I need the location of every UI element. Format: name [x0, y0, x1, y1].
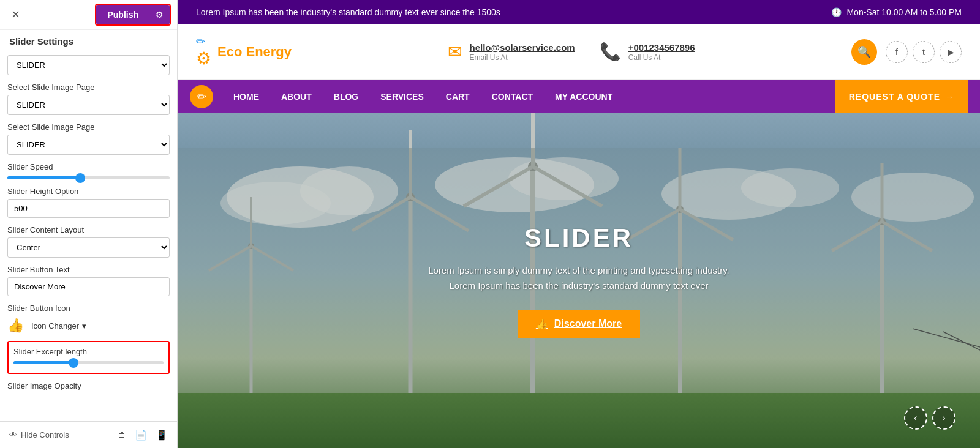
slider-speed-track[interactable]: [7, 176, 170, 179]
monitor-icon[interactable]: 🖥: [116, 429, 126, 441]
publish-button-wrap: Publish ⚙: [95, 4, 171, 26]
main-slider-select[interactable]: SLIDER: [7, 55, 170, 75]
hero-text: Lorem Ipsum is simply dummy text of the …: [426, 263, 732, 294]
announcement-bar: Lorem Ipsum has been the industry's stan…: [178, 0, 980, 24]
logo-gear-icon: ⚙: [196, 48, 211, 69]
footer-device-icons: 🖥 📄 📱: [116, 429, 168, 441]
announcement-text: Lorem Ipsum has been the industry's stan…: [196, 7, 500, 17]
email-icon: ✉: [448, 42, 462, 62]
phone-link[interactable]: +001234567896: [628, 42, 695, 53]
phone-icon[interactable]: 📱: [156, 429, 168, 441]
hero-slider: SLIDER Lorem Ipsum is simply dummy text …: [178, 113, 980, 448]
email-link[interactable]: hello@solarservice.com: [469, 42, 575, 53]
select-slide-label-1: Select Slide Image Page: [7, 83, 170, 92]
nav-item-myaccount[interactable]: My Account: [544, 80, 624, 113]
hide-controls-label: Hide Controls: [21, 430, 69, 439]
nav-cta-arrow: →: [945, 92, 954, 102]
hide-controls-toggle[interactable]: 👁 Hide Controls: [9, 430, 69, 439]
slider-speed-label: Slider Speed: [7, 162, 170, 171]
email-contact: ✉ hello@solarservice.com Email Us At: [448, 42, 575, 62]
site-nav: ✏ Home ABOUT Blog SERVICES CART CONTACT …: [178, 80, 980, 113]
nav-item-home[interactable]: Home: [222, 80, 270, 113]
email-label: Email Us At: [469, 53, 575, 62]
slide-image-select-1[interactable]: SLIDER: [7, 95, 170, 115]
excerpt-section: Slider Excerpt length: [7, 341, 170, 374]
publish-button[interactable]: Publish: [96, 5, 149, 24]
hours-info: 🕐 Mon-Sat 10.00 AM to 5.00 PM: [831, 7, 962, 17]
icon-changer-row: 👍 Icon Changer ▾: [7, 318, 170, 334]
twitter-icon[interactable]: t: [913, 41, 935, 63]
facebook-icon[interactable]: f: [886, 41, 908, 63]
icon-changer-label: Icon Changer: [31, 321, 79, 330]
slider-speed-thumb[interactable]: [75, 173, 85, 183]
tablet-icon[interactable]: 📄: [135, 429, 147, 441]
panel-title: Slider Settings: [0, 30, 177, 50]
nav-cta-label: REQUEST A QUOTE: [849, 92, 940, 102]
nav-logo-icon: ✏: [197, 90, 206, 103]
header-actions: 🔍 f t ▶: [851, 39, 962, 65]
nav-cta-button[interactable]: REQUEST A QUOTE →: [835, 80, 968, 113]
slider-content-label: Slider Content Layout: [7, 225, 170, 234]
slider-image-opacity-label: Slider Image Opacity: [7, 381, 170, 390]
hero-btn-icon: 👍: [536, 318, 548, 330]
slider-content-select[interactable]: Center: [7, 237, 170, 258]
nav-item-contact[interactable]: CONTACT: [481, 80, 544, 113]
publish-settings-button[interactable]: ⚙: [149, 5, 170, 24]
phone-label: Call Us At: [628, 53, 695, 62]
search-icon: 🔍: [858, 45, 871, 59]
panel-body: SLIDER Select Slide Image Page SLIDER Se…: [0, 50, 177, 421]
slider-button-text-label: Slider Button Text: [7, 265, 170, 274]
nav-item-cart[interactable]: CART: [435, 80, 481, 113]
next-arrow-button[interactable]: ›: [932, 406, 956, 430]
header-contact: ✉ hello@solarservice.com Email Us At 📞 +…: [310, 42, 833, 62]
clock-icon: 🕐: [831, 7, 842, 17]
logo-icons: ✏ ⚙: [196, 35, 211, 69]
social-icons: f t ▶: [886, 41, 962, 63]
phone-contact: 📞 +001234567896 Call Us At: [600, 42, 695, 62]
nav-logo: ✏: [190, 85, 213, 108]
hero-discover-button[interactable]: 👍 Discover More: [518, 310, 640, 338]
site-header: ✏ ⚙ Eco Energy ✉ hello@solarservice.com …: [178, 24, 980, 80]
main-area: Lorem Ipsum has been the industry's stan…: [178, 0, 980, 448]
logo-pen-icon: ✏: [196, 35, 211, 48]
phone-info: +001234567896 Call Us At: [628, 42, 695, 62]
icon-changer-dropdown-arrow[interactable]: ▾: [82, 321, 86, 330]
slider-height-input[interactable]: 500: [7, 199, 170, 218]
slider-button-text-input[interactable]: Discover More: [7, 277, 170, 296]
close-button[interactable]: ✕: [6, 6, 25, 24]
hero-title: SLIDER: [426, 223, 732, 253]
youtube-icon[interactable]: ▶: [940, 41, 962, 63]
slider-height-label: Slider Height Option: [7, 187, 170, 196]
excerpt-slider-thumb[interactable]: [69, 358, 78, 368]
slider-button-icon-label: Slider Button Icon: [7, 304, 170, 313]
nav-item-about[interactable]: ABOUT: [270, 80, 323, 113]
slider-arrows: ‹ ›: [904, 406, 956, 430]
nav-item-blog[interactable]: Blog: [323, 80, 369, 113]
hero-content: SLIDER Lorem Ipsum is simply dummy text …: [426, 223, 732, 338]
hero-btn-label: Discover More: [554, 318, 622, 329]
logo-area: ✏ ⚙ Eco Energy: [196, 35, 292, 69]
panel-footer: 👁 Hide Controls 🖥 📄 📱: [0, 421, 177, 448]
select-slide-label-2: Select Slide Image Page: [7, 122, 170, 132]
eye-icon: 👁: [9, 430, 17, 439]
nav-items: Home ABOUT Blog SERVICES CART CONTACT My…: [222, 80, 835, 113]
excerpt-slider-fill: [13, 361, 74, 364]
email-info: hello@solarservice.com Email Us At: [469, 42, 575, 62]
left-panel: ✕ Publish ⚙ Slider Settings SLIDER Selec…: [0, 0, 178, 448]
slider-speed-fill: [7, 176, 80, 179]
slide-image-select-2[interactable]: SLIDER: [7, 135, 170, 155]
excerpt-slider-track[interactable]: [13, 361, 164, 364]
top-bar: ✕ Publish ⚙: [0, 0, 177, 30]
icon-changer-select[interactable]: Icon Changer ▾: [31, 321, 86, 330]
phone-icon: 📞: [600, 42, 621, 62]
excerpt-label: Slider Excerpt length: [13, 347, 164, 356]
logo-text: Eco Energy: [217, 44, 292, 60]
hours-text: Mon-Sat 10.00 AM to 5.00 PM: [846, 7, 962, 17]
thumb-icon: 👍: [7, 318, 24, 334]
prev-arrow-button[interactable]: ‹: [904, 406, 927, 430]
nav-item-services[interactable]: SERVICES: [369, 80, 435, 113]
search-button[interactable]: 🔍: [851, 39, 877, 65]
